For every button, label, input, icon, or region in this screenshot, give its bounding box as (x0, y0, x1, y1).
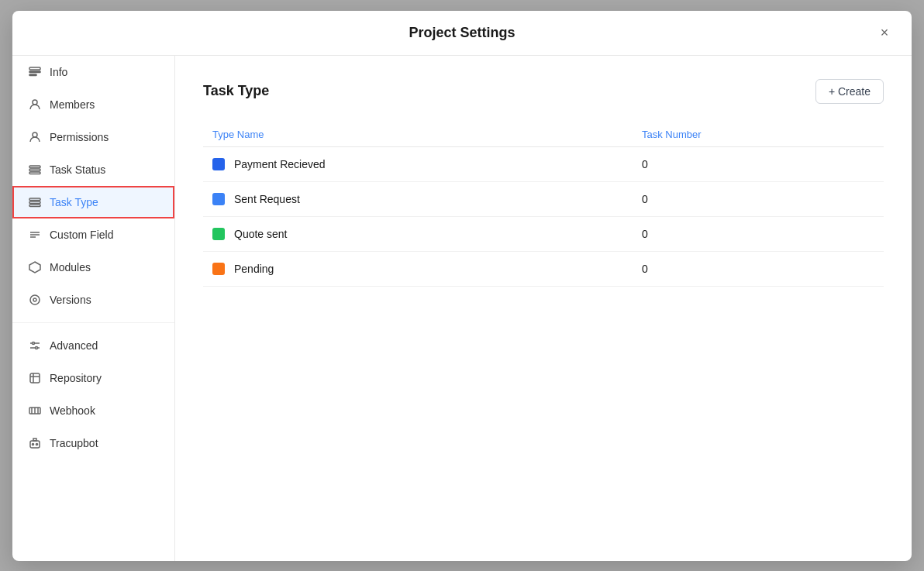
tracupbot-icon (28, 436, 42, 450)
svg-rect-7 (29, 172, 40, 174)
table-row[interactable]: Sent Request 0 (203, 182, 884, 217)
sidebar-item-webhook[interactable]: Webhook (12, 394, 174, 427)
color-swatch (212, 263, 225, 275)
task-type-icon (28, 195, 42, 209)
row-type-name: Pending (234, 263, 274, 275)
color-swatch (212, 193, 225, 205)
versions-icon (28, 293, 42, 307)
task-status-icon (28, 163, 42, 177)
table-row[interactable]: Payment Recieved 0 (203, 147, 884, 182)
sidebar-item-members[interactable]: Members (12, 88, 174, 121)
sidebar-label-permissions: Permissions (50, 131, 109, 143)
svg-point-4 (33, 132, 37, 137)
svg-point-22 (36, 346, 38, 349)
modal-body: InfoMembersPermissionsTask StatusTask Ty… (12, 56, 912, 561)
row-task-number: 0 (642, 263, 874, 275)
sidebar-label-modules: Modules (50, 261, 91, 273)
info-icon (28, 65, 42, 79)
advanced-icon (28, 339, 42, 353)
modules-icon (28, 260, 42, 274)
sidebar-item-task-type[interactable]: Task Type (12, 186, 174, 218)
close-button[interactable]: × (873, 21, 896, 44)
row-name-cell: Pending (212, 263, 642, 275)
sidebar-label-task-status: Task Status (50, 163, 105, 176)
svg-point-3 (33, 100, 37, 105)
table-row[interactable]: Quote sent 0 (203, 217, 884, 252)
sidebar-item-versions[interactable]: Versions (12, 284, 174, 316)
svg-rect-23 (30, 373, 40, 383)
modal-overlay: Project Settings × InfoMembersPermission… (0, 0, 924, 571)
sidebar: InfoMembersPermissionsTask StatusTask Ty… (12, 56, 175, 561)
row-name-cell: Payment Recieved (212, 158, 642, 170)
sidebar-item-info[interactable]: Info (12, 56, 174, 88)
sidebar-divider (12, 322, 174, 323)
col-type-name: Type Name (212, 129, 642, 140)
svg-rect-9 (29, 201, 40, 204)
sidebar-label-task-type: Task Type (50, 196, 98, 208)
sidebar-item-tracupbot[interactable]: Tracupbot (12, 427, 174, 459)
sidebar-item-custom-field[interactable]: Custom Field (12, 218, 174, 251)
row-name-cell: Quote sent (212, 228, 642, 240)
table-row[interactable]: Pending 0 (203, 252, 884, 287)
color-swatch (212, 228, 225, 240)
svg-rect-10 (29, 205, 40, 207)
permissions-icon (28, 130, 42, 144)
svg-marker-14 (29, 262, 40, 273)
svg-point-30 (36, 443, 38, 445)
row-task-number: 0 (642, 158, 874, 170)
table-body: Payment Recieved 0 Sent Request 0 Quote … (203, 147, 884, 287)
repository-icon (28, 371, 42, 385)
sidebar-item-permissions[interactable]: Permissions (12, 121, 174, 153)
color-swatch (212, 158, 225, 170)
svg-point-19 (33, 342, 35, 344)
content-header: Task Type + Create (203, 79, 884, 104)
sidebar-label-advanced: Advanced (50, 339, 98, 352)
sidebar-item-repository[interactable]: Repository (12, 362, 174, 394)
row-type-name: Payment Recieved (234, 158, 326, 170)
sidebar-label-tracupbot: Tracupbot (50, 437, 98, 449)
svg-rect-1 (29, 71, 40, 73)
main-content: Task Type + Create Type Name Task Number… (175, 56, 912, 561)
content-title: Task Type (203, 83, 269, 99)
row-task-number: 0 (642, 193, 874, 205)
members-icon (28, 98, 42, 112)
sidebar-label-info: Info (50, 66, 67, 78)
modal-header: Project Settings × (12, 11, 912, 56)
svg-rect-8 (29, 198, 40, 201)
svg-rect-5 (29, 166, 40, 168)
svg-point-15 (30, 295, 40, 304)
modal-title: Project Settings (409, 25, 515, 41)
sidebar-item-advanced[interactable]: Advanced (12, 329, 174, 362)
sidebar-item-task-status[interactable]: Task Status (12, 153, 174, 186)
sidebar-label-members: Members (50, 98, 95, 111)
sidebar-label-webhook: Webhook (50, 404, 95, 417)
row-name-cell: Sent Request (212, 193, 642, 205)
svg-rect-0 (29, 67, 40, 70)
row-type-name: Quote sent (234, 228, 288, 240)
project-settings-modal: Project Settings × InfoMembersPermission… (12, 11, 912, 561)
sidebar-label-custom-field: Custom Field (50, 229, 113, 241)
custom-field-icon (28, 228, 42, 242)
svg-rect-6 (29, 169, 40, 171)
svg-point-29 (33, 443, 34, 445)
sidebar-label-versions: Versions (50, 294, 91, 306)
sidebar-label-repository: Repository (50, 372, 102, 384)
sidebar-item-modules[interactable]: Modules (12, 251, 174, 284)
webhook-icon (28, 404, 42, 418)
col-task-number: Task Number (642, 129, 874, 140)
svg-rect-2 (29, 74, 36, 76)
table-header: Type Name Task Number (203, 122, 884, 147)
create-button[interactable]: + Create (815, 79, 884, 104)
svg-point-16 (33, 298, 36, 301)
row-type-name: Sent Request (234, 193, 300, 205)
row-task-number: 0 (642, 228, 874, 240)
